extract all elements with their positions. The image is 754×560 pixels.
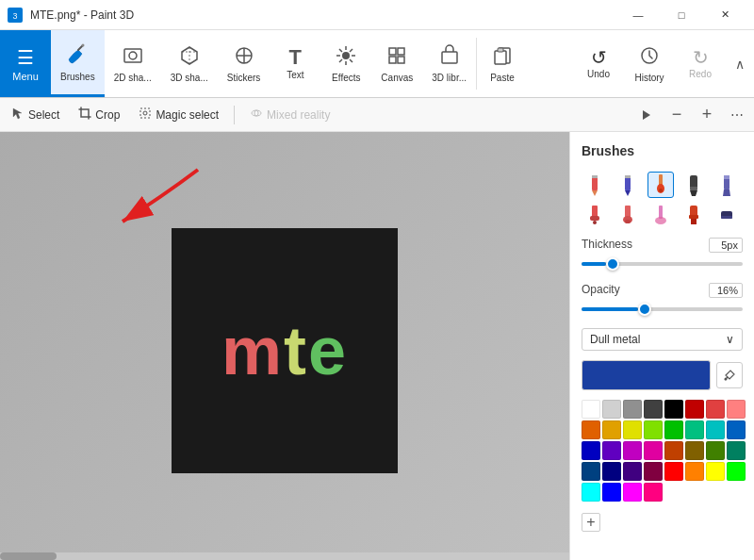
ribbon-brushes[interactable]: Brushes	[51, 30, 105, 97]
color-cell[interactable]	[664, 400, 683, 419]
mixed-reality-tool[interactable]: Mixed reality	[242, 102, 337, 128]
effects-icon	[335, 44, 357, 71]
color-cell[interactable]	[685, 462, 704, 481]
svg-marker-47	[723, 189, 730, 196]
color-cell[interactable]	[582, 462, 600, 481]
ribbon-redo[interactable]: ↻ Redo	[675, 30, 726, 97]
color-cell[interactable]	[623, 483, 642, 502]
brush-calligraphy[interactable]	[713, 172, 740, 198]
color-cell[interactable]	[706, 462, 725, 481]
opacity-fill	[582, 307, 638, 311]
color-cell[interactable]	[727, 462, 746, 481]
add-color-button[interactable]: +	[582, 513, 600, 532]
magic-select-tool[interactable]: Magic select	[131, 102, 226, 128]
opacity-slider[interactable]	[582, 300, 743, 319]
color-cell[interactable]	[644, 400, 663, 419]
ribbon-text[interactable]: T Text	[270, 30, 320, 97]
ribbon-3dshapes[interactable]: 3D sha...	[161, 30, 218, 97]
thickness-thumb[interactable]	[606, 257, 619, 271]
brush-pencil[interactable]	[582, 172, 608, 198]
color-cell[interactable]	[685, 420, 704, 439]
zoom-in-button[interactable]: +	[694, 102, 720, 128]
ribbon-effects[interactable]: Effects	[320, 30, 371, 97]
color-cell[interactable]	[602, 400, 621, 419]
title-bar-left: 3 MTE.png* - Paint 3D	[8, 8, 134, 23]
close-button[interactable]: ✕	[703, 0, 746, 30]
color-cell[interactable]	[685, 400, 704, 419]
color-cell[interactable]	[664, 420, 683, 439]
color-cell[interactable]	[623, 420, 642, 439]
svg-rect-38	[625, 175, 631, 178]
ribbon-2dshapes[interactable]: 2D sha...	[105, 30, 161, 97]
svg-rect-54	[659, 206, 663, 219]
play-button[interactable]	[633, 102, 660, 128]
minimize-button[interactable]: —	[616, 0, 660, 30]
color-cell[interactable]	[706, 400, 725, 419]
brush-paintbrush[interactable]	[647, 172, 674, 198]
color-cell[interactable]	[602, 441, 621, 460]
ribbon-expand[interactable]: ∧	[726, 30, 754, 97]
color-cell[interactable]	[727, 400, 746, 419]
thickness-value[interactable]: 5px	[709, 238, 743, 253]
color-cell[interactable]	[664, 462, 683, 481]
color-cell[interactable]	[644, 441, 663, 460]
thickness-slider[interactable]	[582, 255, 743, 273]
color-cell[interactable]	[727, 420, 746, 439]
3dlib-icon	[438, 44, 461, 71]
eyedropper-button[interactable]	[716, 362, 743, 388]
ribbon-3dlib[interactable]: 3D libr...	[422, 30, 476, 97]
maximize-button[interactable]: □	[660, 0, 703, 30]
title-bar: 3 MTE.png* - Paint 3D — □ ✕	[0, 0, 754, 30]
brush-airbrush[interactable]	[582, 202, 608, 228]
color-cell[interactable]	[623, 462, 642, 481]
canvas-scrollbar-thumb[interactable]	[0, 552, 57, 560]
select-icon	[11, 107, 25, 123]
ribbon-canvas[interactable]: Canvas	[371, 30, 422, 97]
color-cell[interactable]	[664, 441, 683, 460]
color-cell[interactable]	[685, 441, 704, 460]
color-cell[interactable]	[602, 420, 621, 439]
brush-oil[interactable]	[615, 202, 641, 228]
brush-spray[interactable]	[680, 202, 707, 228]
color-cell[interactable]	[602, 462, 621, 481]
menu-button[interactable]: ☰ Menu	[0, 30, 51, 97]
svg-point-30	[254, 110, 258, 116]
color-cell[interactable]	[727, 441, 746, 460]
canvas-area[interactable]: mte	[0, 132, 569, 560]
color-cell[interactable]	[644, 483, 663, 502]
color-cell[interactable]	[582, 441, 600, 460]
color-cell[interactable]	[623, 400, 642, 419]
brush-eraser[interactable]	[713, 202, 740, 228]
color-cell[interactable]	[602, 483, 621, 502]
opacity-value[interactable]: 16%	[709, 283, 743, 298]
svg-rect-19	[398, 48, 404, 55]
opacity-thumb[interactable]	[638, 303, 651, 316]
more-options-button[interactable]: ⋯	[724, 102, 750, 128]
color-cell[interactable]	[582, 420, 600, 439]
color-cell[interactable]	[623, 441, 642, 460]
color-cell[interactable]	[582, 400, 600, 419]
svg-rect-60	[721, 216, 732, 219]
ribbon-undo[interactable]: ↺ Undo	[573, 30, 624, 97]
mixed-reality-label: Mixed reality	[267, 108, 330, 122]
select-tool[interactable]: Select	[4, 102, 67, 128]
current-color-swatch[interactable]	[582, 360, 711, 390]
material-dropdown[interactable]: Dull metal ∨	[582, 328, 743, 351]
svg-point-61	[725, 378, 728, 381]
color-cell[interactable]	[644, 420, 663, 439]
color-cell[interactable]	[706, 441, 725, 460]
color-cell[interactable]	[644, 462, 663, 481]
brush-marker[interactable]	[680, 172, 707, 198]
svg-point-5	[129, 52, 137, 59]
crop-tool[interactable]: Crop	[71, 102, 127, 128]
ribbon-stickers[interactable]: Stickers	[218, 30, 270, 97]
ribbon-history[interactable]: History	[624, 30, 675, 97]
color-cell[interactable]	[706, 420, 725, 439]
zoom-out-button[interactable]: −	[664, 102, 690, 128]
brush-watercolor[interactable]	[647, 202, 674, 228]
svg-point-55	[655, 217, 666, 224]
canvas-scrollbar[interactable]	[0, 552, 569, 560]
color-cell[interactable]	[582, 483, 600, 502]
ribbon-paste[interactable]: Paste	[477, 30, 528, 97]
brush-pen[interactable]	[615, 172, 641, 198]
